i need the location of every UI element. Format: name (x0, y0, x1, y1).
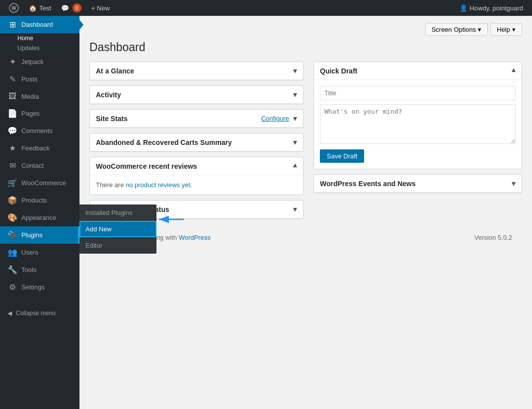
widget-wp-events-title: WordPress Events and News (320, 180, 416, 188)
users-icon: 👥 (7, 248, 17, 257)
widget-quick-draft-body: Save Draft (314, 80, 522, 169)
widget-site-stats-title: Site Stats (96, 115, 128, 123)
widget-activity-header[interactable]: Activity ▾ (90, 86, 303, 104)
plugins-icon: 🔌 (7, 230, 17, 240)
left-column: At a Glance ▾ Activity ▾ Site Stats (89, 62, 304, 219)
help-chevron: ▾ (512, 26, 516, 33)
widget-site-stats-toggle[interactable]: ▾ (293, 114, 297, 123)
widget-abandoned-carts-toggle[interactable]: ▾ (293, 137, 297, 147)
quick-draft-body-textarea[interactable] (320, 104, 516, 144)
widget-activity-title: Activity (96, 91, 121, 99)
page-title: Dashboard (89, 41, 522, 54)
widget-activity: Activity ▾ (89, 85, 304, 104)
sidebar-item-pages[interactable]: 📄 Pages (0, 105, 79, 122)
comments-sidebar-icon: 💬 (7, 126, 17, 136)
sidebar-item-home[interactable]: Home (0, 33, 79, 43)
sidebar-item-products[interactable]: 📦 Products (0, 192, 79, 209)
sidebar-item-updates[interactable]: Updates (0, 43, 79, 53)
products-icon: 📦 (7, 196, 17, 205)
widget-woo-reviews-title: WooCommerce recent reviews (96, 162, 197, 170)
comments-icon: 💬 (61, 4, 69, 12)
save-draft-button[interactable]: Save Draft (320, 149, 364, 163)
plugins-dropdown-menu: Installed Plugins Add New Editor (79, 204, 156, 254)
sidebar-item-plugins[interactable]: 🔌 Plugins (0, 226, 79, 244)
woocommerce-icon: 🛒 (7, 178, 17, 188)
widget-woo-reviews-body: There are no product reviews yet. (90, 175, 303, 195)
widget-at-a-glance: At a Glance ▾ (89, 62, 304, 80)
sidebar-item-tools[interactable]: 🔧 Tools (0, 261, 79, 278)
new-content-button[interactable]: + New (86, 0, 115, 16)
sidebar-item-users[interactable]: 👥 Users (0, 244, 79, 261)
version-text: Version 5.0.2 (474, 234, 512, 241)
admin-bar: W 🏠 Test 💬 0 + New 👤 Howdy, pointguard (0, 0, 532, 16)
widget-woo-status-toggle[interactable]: ▾ (293, 204, 297, 214)
topbar: Screen Options ▾ Help ▾ (89, 23, 522, 36)
sidebar: ⊞ Dashboard Home Updates ✦ Jetpack ✎ Pos… (0, 16, 79, 409)
widget-activity-toggle[interactable]: ▾ (293, 90, 297, 99)
widget-site-stats-header[interactable]: Site Stats Configure ▾ (90, 110, 303, 128)
widget-abandoned-carts-header[interactable]: Abandoned & Recovered Carts Summary ▾ (90, 134, 303, 151)
quick-draft-title-input[interactable] (320, 86, 516, 100)
widget-wp-events-toggle[interactable]: ▾ (512, 179, 516, 188)
media-icon: 🖼 (7, 92, 17, 101)
widget-abandoned-carts-title: Abandoned & Recovered Carts Summary (96, 138, 232, 146)
widget-quick-draft-toggle[interactable]: ▾ (512, 66, 516, 75)
home-icon: 🏠 (29, 4, 37, 12)
widget-woo-reviews: WooCommerce recent reviews ▾ There are n… (89, 157, 304, 195)
right-column: Quick Draft ▾ Save Draft WordPress Event… (313, 62, 522, 219)
widget-abandoned-carts: Abandoned & Recovered Carts Summary ▾ (89, 133, 304, 152)
wp-logo-button[interactable]: W (4, 0, 24, 16)
howdy-user[interactable]: 👤 Howdy, pointguard (455, 0, 528, 16)
widget-at-a-glance-toggle[interactable]: ▾ (293, 66, 297, 75)
posts-icon: ✎ (7, 74, 17, 84)
widget-quick-draft-title: Quick Draft (320, 67, 357, 75)
site-stats-configure-link[interactable]: Configure (261, 115, 289, 122)
sidebar-item-settings[interactable]: ⚙ Settings (0, 278, 79, 296)
tools-icon: 🔧 (7, 265, 17, 274)
arrow-pointer (156, 213, 186, 227)
dashboard-icon: ⊞ (7, 20, 17, 29)
settings-icon: ⚙ (7, 282, 17, 292)
screen-options-chevron: ▾ (478, 26, 481, 33)
sidebar-item-feedback[interactable]: ★ Feedback (0, 139, 79, 157)
contact-icon: ✉ (7, 161, 17, 170)
plugins-editor-item[interactable]: Editor (79, 237, 156, 254)
sidebar-item-contact[interactable]: ✉ Contact (0, 157, 79, 174)
screen-options-button[interactable]: Screen Options ▾ (425, 23, 488, 36)
svg-text:W: W (11, 5, 16, 11)
widget-quick-draft: Quick Draft ▾ Save Draft (313, 62, 522, 169)
widget-woo-reviews-header[interactable]: WooCommerce recent reviews ▾ (90, 157, 303, 175)
widget-woo-reviews-toggle[interactable]: ▾ (293, 161, 297, 171)
dashboard-grid: At a Glance ▾ Activity ▾ Site Stats (89, 62, 522, 219)
widget-wp-events-header[interactable]: WordPress Events and News ▾ (314, 175, 522, 193)
pages-icon: 📄 (7, 109, 17, 118)
plugins-add-new-item[interactable]: Add New (79, 221, 156, 237)
sidebar-item-posts[interactable]: ✎ Posts (0, 70, 79, 88)
jetpack-icon: ✦ (7, 57, 17, 67)
help-button[interactable]: Help ▾ (490, 23, 522, 36)
sidebar-item-appearance[interactable]: 🎨 Appearance (0, 209, 79, 226)
feedback-icon: ★ (7, 143, 17, 153)
sidebar-item-woocommerce[interactable]: 🛒 WooCommerce (0, 174, 79, 192)
widget-wp-events: WordPress Events and News ▾ (313, 174, 522, 193)
sidebar-item-dashboard[interactable]: ⊞ Dashboard (0, 16, 79, 33)
wordpress-link[interactable]: WordPress (179, 234, 211, 241)
sidebar-item-media[interactable]: 🖼 Media (0, 88, 79, 105)
user-avatar-icon: 👤 (459, 4, 467, 12)
comments-button[interactable]: 💬 0 (56, 0, 86, 16)
sidebar-item-jetpack[interactable]: ✦ Jetpack (0, 53, 79, 70)
collapse-icon: ◀ (7, 310, 12, 317)
widget-quick-draft-header[interactable]: Quick Draft ▾ (314, 62, 522, 80)
plugins-installed-item[interactable]: Installed Plugins (79, 204, 156, 221)
widget-at-a-glance-title: At a Glance (96, 67, 134, 75)
widget-at-a-glance-header[interactable]: At a Glance ▾ (90, 62, 303, 80)
site-name-button[interactable]: 🏠 Test (24, 0, 56, 16)
appearance-icon: 🎨 (7, 213, 17, 222)
sidebar-item-comments[interactable]: 💬 Comments (0, 122, 79, 139)
collapse-menu-button[interactable]: ◀ Collapse menu (0, 306, 79, 321)
widget-site-stats: Site Stats Configure ▾ (89, 109, 304, 128)
comments-count: 0 (73, 3, 81, 12)
